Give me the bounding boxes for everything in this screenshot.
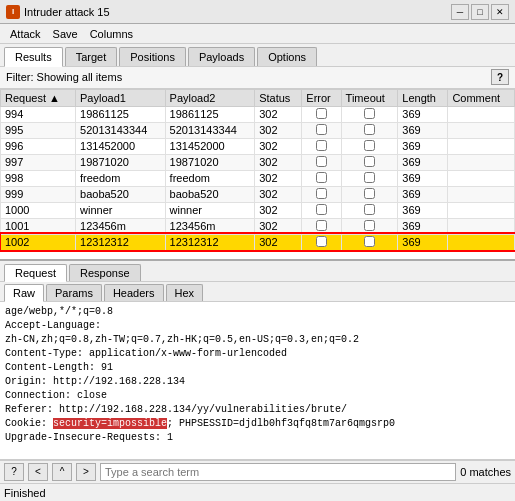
timeout-checkbox[interactable]: [364, 220, 375, 231]
tab-bar: ResultsTargetPositionsPayloadsOptions: [0, 44, 515, 67]
menu-item-columns[interactable]: Columns: [84, 27, 139, 41]
tab-target[interactable]: Target: [65, 47, 118, 66]
search-input[interactable]: [100, 463, 456, 481]
filter-text: Filter: Showing all items: [6, 71, 122, 83]
menu-bar: AttackSaveColumns: [0, 24, 515, 44]
close-button[interactable]: ✕: [491, 4, 509, 20]
highlight-security: security=impossible: [53, 418, 167, 429]
col-payload2[interactable]: Payload2: [165, 89, 255, 106]
bottom-bar: ? < ^ > 0 matches: [0, 460, 515, 484]
filter-help-button[interactable]: ?: [491, 69, 509, 85]
table-header-row: Request ▲ Payload1 Payload2 Status Error…: [1, 89, 515, 106]
col-length[interactable]: Length: [398, 89, 448, 106]
tab-results[interactable]: Results: [4, 47, 63, 67]
title-controls: ─ □ ✕: [451, 4, 509, 20]
up-button[interactable]: ^: [52, 463, 72, 481]
col-error[interactable]: Error: [302, 89, 341, 106]
col-timeout[interactable]: Timeout: [341, 89, 398, 106]
sub-tab-bar: Raw Params Headers Hex: [0, 282, 515, 302]
error-checkbox[interactable]: [316, 124, 327, 135]
main-content: ResultsTargetPositionsPayloadsOptions Fi…: [0, 44, 515, 501]
table-row[interactable]: 10021231231212312312302369: [1, 234, 515, 250]
menu-item-attack[interactable]: Attack: [4, 27, 47, 41]
timeout-checkbox[interactable]: [364, 108, 375, 119]
timeout-checkbox[interactable]: [364, 204, 375, 215]
filter-bar: Filter: Showing all items ?: [0, 67, 515, 89]
timeout-checkbox[interactable]: [364, 188, 375, 199]
title-bar-left: I Intruder attack 15: [6, 5, 110, 19]
results-table-container: Request ▲ Payload1 Payload2 Status Error…: [0, 89, 515, 261]
tab-positions[interactable]: Positions: [119, 47, 186, 66]
col-comment[interactable]: Comment: [448, 89, 515, 106]
matches-label: 0 matches: [460, 466, 511, 478]
col-payload1[interactable]: Payload1: [76, 89, 166, 106]
tab-payloads[interactable]: Payloads: [188, 47, 255, 66]
error-checkbox[interactable]: [316, 108, 327, 119]
error-checkbox[interactable]: [316, 156, 327, 167]
col-request[interactable]: Request ▲: [1, 89, 76, 106]
prev-button[interactable]: <: [28, 463, 48, 481]
table-row[interactable]: 9955201314334452013143344302369: [1, 122, 515, 138]
error-checkbox[interactable]: [316, 188, 327, 199]
subtab-headers[interactable]: Headers: [104, 284, 164, 301]
timeout-checkbox[interactable]: [364, 140, 375, 151]
col-status[interactable]: Status: [255, 89, 302, 106]
error-checkbox[interactable]: [316, 140, 327, 151]
error-checkbox[interactable]: [316, 204, 327, 215]
table-row[interactable]: 1001123456m123456m302369: [1, 218, 515, 234]
menu-item-save[interactable]: Save: [47, 27, 84, 41]
title-text: Intruder attack 15: [24, 6, 110, 18]
subtab-raw[interactable]: Raw: [4, 284, 44, 302]
table-row[interactable]: 9941986112519861125302369: [1, 106, 515, 122]
tab-options[interactable]: Options: [257, 47, 317, 66]
timeout-checkbox[interactable]: [364, 156, 375, 167]
table-row[interactable]: 996131452000131452000302369: [1, 138, 515, 154]
table-row[interactable]: 999baoba520baoba520302369: [1, 186, 515, 202]
error-checkbox[interactable]: [316, 220, 327, 231]
subtab-params[interactable]: Params: [46, 284, 102, 301]
help-nav-button[interactable]: ?: [4, 463, 24, 481]
table-row[interactable]: 9971987102019871020302369: [1, 154, 515, 170]
timeout-checkbox[interactable]: [364, 124, 375, 135]
minimize-button[interactable]: ─: [451, 4, 469, 20]
table-row[interactable]: 998freedomfreedom302369: [1, 170, 515, 186]
status-text: Finished: [4, 487, 46, 499]
timeout-checkbox[interactable]: [364, 172, 375, 183]
maximize-button[interactable]: □: [471, 4, 489, 20]
raw-content-area: age/webp,*/*;q=0.8 Accept-Language: zh-C…: [0, 302, 515, 460]
tab-request[interactable]: Request: [4, 264, 67, 282]
error-checkbox[interactable]: [316, 172, 327, 183]
tab-response[interactable]: Response: [69, 264, 141, 281]
subtab-hex[interactable]: Hex: [166, 284, 204, 301]
timeout-checkbox[interactable]: [364, 236, 375, 247]
table-row[interactable]: 1000winnerwinner302369: [1, 202, 515, 218]
status-bar: Finished: [0, 483, 515, 501]
results-table: Request ▲ Payload1 Payload2 Status Error…: [0, 89, 515, 251]
next-button[interactable]: >: [76, 463, 96, 481]
app-icon: I: [6, 5, 20, 19]
error-checkbox[interactable]: [316, 236, 327, 247]
lower-tab-bar: Request Response: [0, 261, 515, 282]
title-bar: I Intruder attack 15 ─ □ ✕: [0, 0, 515, 24]
